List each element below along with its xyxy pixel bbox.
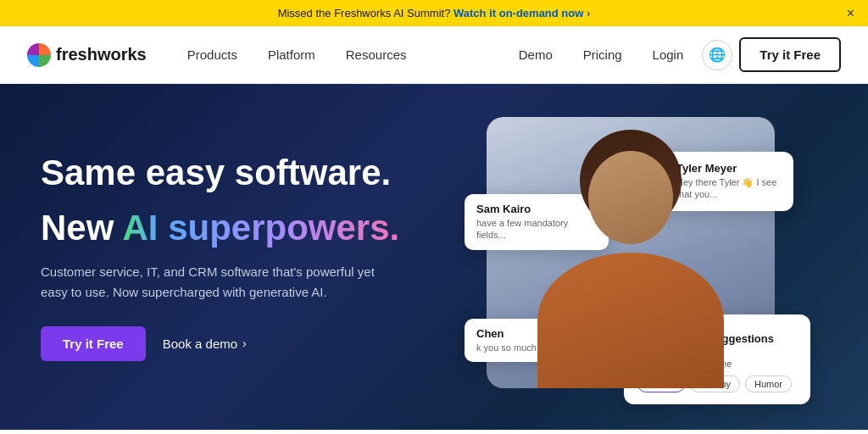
- nav-login[interactable]: Login: [641, 41, 696, 69]
- hero-ai-text: AI: [122, 208, 158, 248]
- logo-text: freshworks: [56, 45, 147, 64]
- globe-icon: 🌐: [709, 47, 726, 63]
- banner-arrow: ›: [587, 7, 590, 19]
- announcement-banner: Missed the Freshworks AI Summit? Watch i…: [0, 0, 868, 26]
- hero-section: Same easy software. New AI superpowers. …: [0, 84, 868, 430]
- banner-close-button[interactable]: ×: [847, 6, 854, 21]
- sam-name: Sam Kairo: [476, 203, 597, 215]
- tyler-name: Tyler Meyer: [676, 162, 780, 175]
- banner-text: Missed the Freshworks AI Summit?: [278, 7, 451, 19]
- hero-image-area: TM Tyler Meyer Hey there Tyler 👋 I see t…: [434, 84, 827, 430]
- sam-message: have a few mandatory fields...: [476, 217, 597, 242]
- main-nav: freshworks Products Platform Resources D…: [0, 26, 868, 84]
- hero-buttons: Try it Free Book a demo ›: [41, 326, 434, 361]
- chevron-icon: ›: [242, 337, 247, 350]
- language-selector[interactable]: 🌐: [702, 40, 732, 70]
- nav-right: Demo Pricing Login 🌐 Try it Free: [507, 37, 841, 72]
- nav-platform[interactable]: Platform: [254, 41, 329, 69]
- nav-try-free-button[interactable]: Try it Free: [739, 37, 841, 72]
- person-body-shirt: [537, 253, 724, 388]
- banner-link[interactable]: Watch it on-demand now: [453, 7, 583, 19]
- hero-demo-link[interactable]: Book a demo ›: [163, 337, 247, 351]
- tyler-message: Hey there Tyler 👋 I see that you...: [676, 176, 780, 201]
- person-face: [588, 151, 673, 244]
- hero-superpowers-text: superpowers.: [168, 208, 399, 248]
- logo-icon: [27, 43, 51, 67]
- nav-demo[interactable]: Demo: [507, 41, 565, 69]
- tyler-card-text: Tyler Meyer Hey there Tyler 👋 I see that…: [676, 162, 780, 201]
- hero-content: Same easy software. New AI superpowers. …: [41, 153, 434, 361]
- hero-title-line2: New AI superpowers.: [41, 208, 434, 248]
- hero-subtitle: Customer service, IT, and CRM software t…: [41, 262, 397, 303]
- nav-links: Products Platform Resources: [174, 41, 420, 69]
- hero-title-line1: Same easy software.: [41, 153, 434, 193]
- hero-try-free-button[interactable]: Try it Free: [41, 326, 146, 361]
- nav-resources[interactable]: Resources: [332, 41, 420, 69]
- nav-products[interactable]: Products: [174, 41, 251, 69]
- tone-humor[interactable]: Humor: [745, 376, 792, 392]
- nav-pricing[interactable]: Pricing: [571, 41, 634, 69]
- logo[interactable]: freshworks: [27, 43, 147, 67]
